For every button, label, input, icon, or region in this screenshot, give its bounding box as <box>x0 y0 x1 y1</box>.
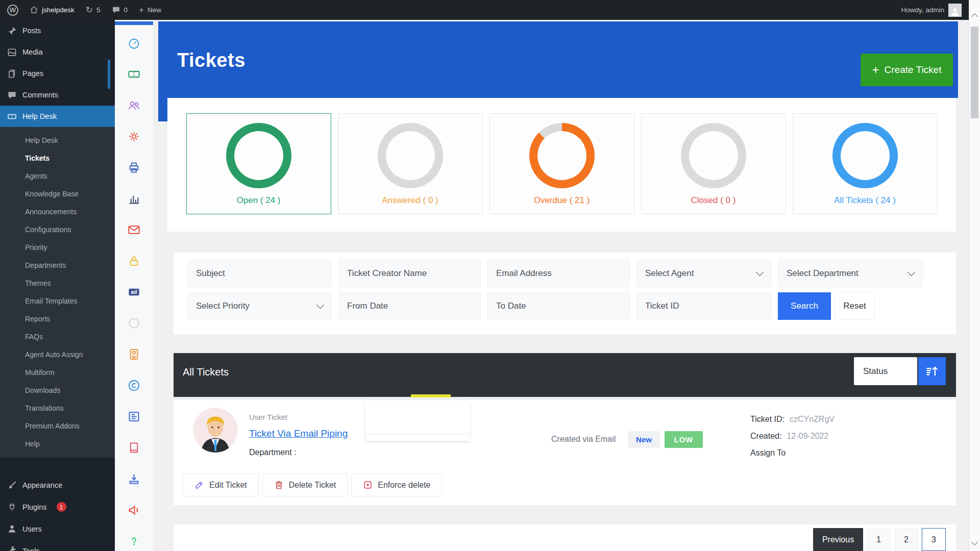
submenu-priority[interactable]: Priority <box>0 238 115 256</box>
delete-ticket-button[interactable]: Delete Ticket <box>262 473 348 496</box>
create-ticket-button[interactable]: + Create Ticket <box>861 54 953 86</box>
scroll-up-arrow-icon[interactable] <box>971 13 978 20</box>
sidebar-item-plugins[interactable]: Plugins 1 <box>0 496 115 518</box>
stat-card-all-tickets[interactable]: All Tickets ( 24 ) <box>793 113 938 214</box>
site-name-link[interactable]: jshelpdesk <box>30 6 75 14</box>
email-icon[interactable] <box>127 223 141 237</box>
submenu-announcements[interactable]: Announcements <box>0 203 115 220</box>
comments-link[interactable]: 0 <box>112 6 128 14</box>
sidebar-item-tools[interactable]: Tools <box>0 540 115 551</box>
sort-amount-up-icon <box>925 364 939 379</box>
lock-icon[interactable] <box>127 254 141 268</box>
submenu-themes[interactable]: Themes <box>0 274 115 292</box>
submenu-premium-addons[interactable]: Premium Addons <box>0 417 115 435</box>
creator-name-input[interactable] <box>338 260 481 287</box>
edit-ticket-button[interactable]: Edit Ticket <box>183 473 259 496</box>
sidebar-item-comments[interactable]: Comments <box>0 84 115 106</box>
to-date-input[interactable] <box>487 292 630 320</box>
submenu-translations[interactable]: Translations <box>0 399 115 417</box>
sidebar-item-appearance[interactable]: Appearance <box>0 474 115 496</box>
submenu-knowledge-base[interactable]: Knowledge Base <box>0 185 115 203</box>
ticket-created-via: Created via Email <box>551 435 616 444</box>
new-label: New <box>148 6 161 14</box>
submenu-help-desk[interactable]: Help Desk <box>0 131 115 149</box>
wordpress-logo-icon[interactable]: W <box>7 5 18 16</box>
download-icon[interactable] <box>127 472 141 486</box>
submenu-configurations[interactable]: Configurations <box>0 220 115 238</box>
stat-card-open[interactable]: Open ( 24 ) <box>186 113 331 214</box>
list-icon[interactable] <box>127 410 141 423</box>
updates-count: 5 <box>96 6 101 14</box>
priority-badge: LOW <box>665 431 703 448</box>
submenu-tickets[interactable]: Tickets <box>0 149 115 167</box>
ticket-icon <box>7 112 17 121</box>
ticket-title-link[interactable]: Ticket Via Email Piping <box>249 428 348 439</box>
stat-card-overdue[interactable]: Overdue ( 21 ) <box>489 113 634 214</box>
submenu-faqs[interactable]: FAQs <box>0 328 115 345</box>
scroll-down-arrow-icon[interactable] <box>971 539 978 545</box>
stat-label: Open ( 24 ) <box>187 195 331 206</box>
open-donut-chart <box>226 123 291 188</box>
agent-select[interactable]: Select Agent <box>636 260 771 287</box>
howdy-text[interactable]: Howdy, admin <box>901 6 944 14</box>
submenu-reports[interactable]: Reports <box>0 310 115 328</box>
submenu-departments[interactable]: Departments <box>0 256 115 274</box>
sidebar-item-help-desk[interactable]: Help Desk <box>0 106 115 127</box>
copyright-icon[interactable] <box>127 379 141 392</box>
all-tickets-donut-chart <box>832 123 898 188</box>
search-button[interactable]: Search <box>778 292 831 320</box>
id-badge-icon[interactable] <box>127 347 141 361</box>
sidebar-item-media[interactable]: Media <box>0 41 115 63</box>
new-content-link[interactable]: + New <box>139 6 161 14</box>
browser-scrollbar[interactable] <box>969 0 980 551</box>
list-title: All Tickets <box>183 366 229 378</box>
submenu-downloads[interactable]: Downloads <box>0 381 115 399</box>
question-icon[interactable] <box>127 534 141 548</box>
ad-icon[interactable]: ad <box>127 285 141 299</box>
closed-donut-chart <box>681 123 746 188</box>
scrollbar-thumb[interactable] <box>971 27 978 118</box>
bar-chart-icon[interactable] <box>127 192 141 206</box>
page-button-2[interactable]: 2 <box>894 528 918 551</box>
subject-input[interactable] <box>187 260 332 287</box>
admin-avatar[interactable] <box>948 4 962 17</box>
app-root: W jshelpdesk ↻ 5 0 + New <box>0 0 980 551</box>
stat-card-closed[interactable]: Closed ( 0 ) <box>641 113 786 214</box>
ticket-icon[interactable] <box>127 67 141 81</box>
reset-button[interactable]: Reset <box>835 292 875 320</box>
enforce-delete-button[interactable]: Enforce delete <box>351 473 442 496</box>
stat-card-answered[interactable]: Answered ( 0 ) <box>338 113 483 214</box>
submenu-email-templates[interactable]: Email Templates <box>0 292 115 310</box>
sidebar-item-posts[interactable]: Posts <box>0 20 115 41</box>
previous-page-button[interactable]: Previous <box>813 528 863 551</box>
update-icon: ↻ <box>86 6 93 14</box>
gear-icon[interactable] <box>127 130 141 143</box>
submenu-agents[interactable]: Agents <box>0 167 115 185</box>
from-date-input[interactable] <box>338 292 481 320</box>
rail-top-indicator <box>115 21 153 25</box>
book-icon[interactable] <box>127 441 141 455</box>
updates-link[interactable]: ↻ 5 <box>86 6 101 14</box>
users-icon[interactable] <box>127 98 141 112</box>
submenu-help[interactable]: Help <box>0 435 115 453</box>
sidebar-item-users[interactable]: Users <box>0 518 115 540</box>
ticket-id-input[interactable] <box>636 292 771 320</box>
assign-to-row[interactable]: Assign To <box>750 448 786 458</box>
pages-icon <box>7 69 17 79</box>
brush-icon <box>7 480 17 490</box>
submenu-agent-auto-assign[interactable]: Agent Auto Assign <box>0 345 115 363</box>
printer-icon[interactable] <box>127 161 141 174</box>
status-sort-select[interactable]: Status <box>854 357 917 385</box>
email-address-input[interactable] <box>487 260 630 287</box>
sort-direction-button[interactable] <box>918 357 946 385</box>
circle-icon[interactable] <box>127 316 141 330</box>
page-button-1[interactable]: 1 <box>867 528 891 551</box>
priority-select[interactable]: Select Priority <box>187 292 332 320</box>
sidebar-item-pages[interactable]: Pages <box>0 63 115 84</box>
megaphone-icon[interactable] <box>127 503 141 517</box>
gauge-icon[interactable] <box>127 36 141 50</box>
submenu-multiform[interactable]: Multiform <box>0 363 115 381</box>
department-select[interactable]: Select Department <box>778 260 923 287</box>
page-button-3-current[interactable]: 3 <box>922 528 946 551</box>
ticket-actions: Edit Ticket Delete Ticket Enforce delete <box>183 473 442 496</box>
